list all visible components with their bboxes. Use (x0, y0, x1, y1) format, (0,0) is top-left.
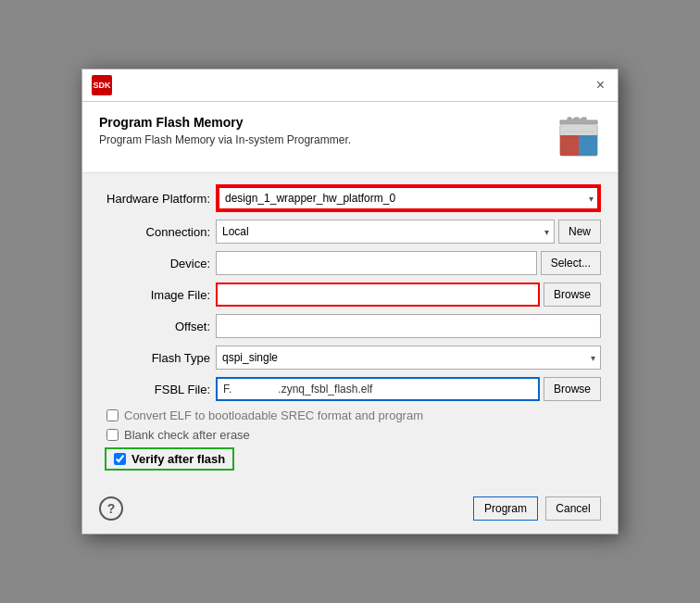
hardware-platform-control: design_1_wrapper_hw_platform_0 ▾ (216, 184, 601, 212)
footer-help: ? (99, 496, 466, 521)
help-button[interactable]: ? (99, 496, 123, 521)
fsbl-control: Browse (216, 377, 601, 401)
cancel-button[interactable]: Cancel (545, 496, 601, 521)
offset-input[interactable] (216, 314, 601, 338)
dialog-body: Hardware Platform: design_1_wrapper_hw_p… (82, 173, 618, 487)
image-file-input[interactable]: \03_ps_hello\ps_hello.sdk\hello\bootimag… (216, 283, 540, 307)
connection-control: Local ▾ New (216, 220, 601, 244)
device-control: Auto Detect Select... (216, 251, 601, 275)
image-file-label: Image File: (99, 288, 210, 302)
close-button[interactable]: × (593, 76, 608, 94)
select-button[interactable]: Select... (541, 251, 601, 275)
flash-type-label: Flash Type (99, 351, 210, 365)
header-text: Program Flash Memory Program Flash Memor… (99, 115, 351, 146)
program-button[interactable]: Program (473, 496, 538, 521)
offset-row: Offset: (99, 314, 601, 338)
flash-type-control: qspi_single ▾ (216, 345, 601, 370)
offset-control (216, 314, 601, 338)
blank-check-row: Blank check after erase (99, 428, 601, 442)
image-file-row: Image File: \03_ps_hello\ps_hello.sdk\he… (99, 283, 601, 307)
verify-label: Verify after flash (131, 452, 225, 466)
svg-marker-3 (560, 135, 579, 156)
image-file-control: \03_ps_hello\ps_hello.sdk\hello\bootimag… (216, 283, 601, 307)
fsbl-row: FSBL File: Browse (99, 377, 601, 401)
title-bar: SDK × (82, 69, 618, 102)
hardware-platform-row: Hardware Platform: design_1_wrapper_hw_p… (99, 184, 601, 212)
svg-marker-4 (579, 135, 597, 156)
device-label: Device: (99, 257, 210, 270)
connection-label: Connection: (99, 225, 210, 239)
verify-border-box: Verify after flash (105, 447, 234, 471)
sd-card-icon (556, 115, 601, 159)
svg-rect-5 (560, 124, 597, 135)
offset-label: Offset: (99, 320, 210, 333)
dialog-footer: ? Program Cancel (82, 487, 618, 534)
title-bar-left: SDK (92, 75, 112, 95)
device-input[interactable]: Auto Detect (216, 251, 537, 275)
sdk-icon: SDK (92, 75, 112, 95)
flash-type-row: Flash Type qspi_single ▾ (99, 345, 601, 370)
blank-check-checkbox[interactable] (106, 429, 119, 441)
hardware-platform-label: Hardware Platform: (99, 192, 210, 206)
blank-check-label: Blank check after erase (124, 428, 250, 442)
image-browse-button[interactable]: Browse (544, 283, 601, 307)
connection-select[interactable]: Local (216, 220, 555, 244)
program-flash-dialog: SDK × Program Flash Memory Program Flash… (81, 69, 619, 534)
fsbl-browse-button[interactable]: Browse (544, 377, 601, 401)
connection-row: Connection: Local ▾ New (99, 220, 601, 244)
device-row: Device: Auto Detect Select... (99, 251, 601, 275)
new-button[interactable]: New (558, 220, 601, 244)
fsbl-label: FSBL File: (99, 383, 210, 396)
verify-row: Verify after flash (99, 447, 601, 471)
dialog-header: Program Flash Memory Program Flash Memor… (82, 102, 618, 173)
svg-marker-1 (560, 118, 597, 124)
convert-elf-checkbox[interactable] (106, 409, 119, 421)
dialog-subtitle: Program Flash Memory via In-system Progr… (99, 133, 351, 146)
hardware-platform-select[interactable]: design_1_wrapper_hw_platform_0 (218, 186, 599, 210)
convert-elf-label: Convert ELF to bootloadable SREC format … (124, 408, 423, 422)
flash-type-select[interactable]: qspi_single (216, 345, 601, 370)
verify-checkbox[interactable] (114, 453, 126, 465)
dialog-title: Program Flash Memory (99, 115, 351, 130)
fsbl-input[interactable] (216, 377, 540, 401)
convert-elf-row: Convert ELF to bootloadable SREC format … (99, 408, 601, 422)
